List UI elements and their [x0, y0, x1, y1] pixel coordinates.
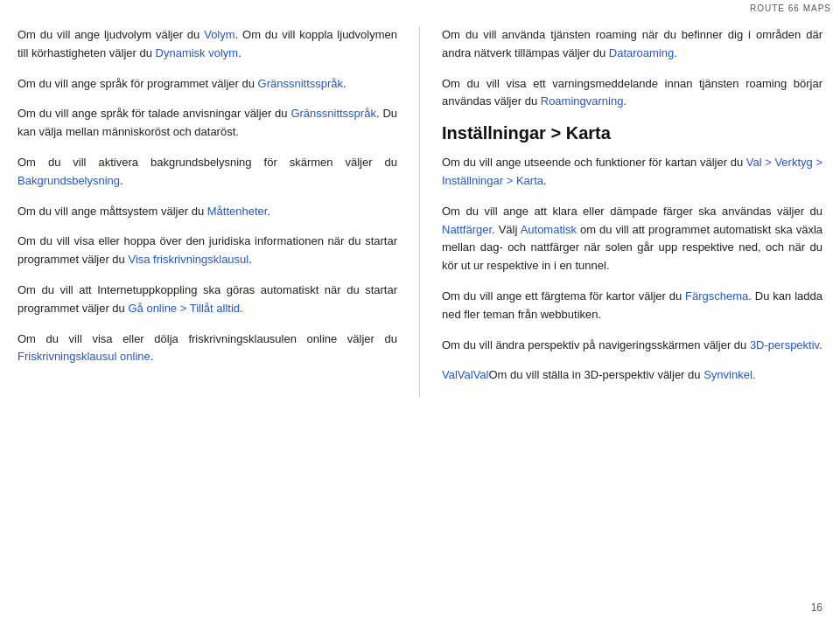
paragraph-p8: Om du vill visa eller dölja friskrivning…	[18, 330, 397, 367]
paragraph-p2: Om du vill ange språk för programmet väl…	[18, 75, 397, 94]
paragraph-s2: Om du vill ange att klara eller dämpade …	[442, 203, 822, 275]
text-normal: . Välj	[492, 223, 521, 236]
text-normal: Om du vill aktivera bakgrundsbelysning f…	[18, 156, 397, 169]
paragraph-p5: Om du vill ange måttsystem väljer du Måt…	[18, 203, 397, 221]
paragraph-p1: Om du vill ange ljudvolym väljer du Voly…	[18, 26, 397, 63]
paragraph-p3: Om du vill ange språk för talade anvisni…	[18, 105, 397, 142]
link-dataroaming[interactable]: Dataroaming	[609, 46, 674, 59]
text-normal: .	[819, 338, 822, 351]
link-val-2[interactable]: Val	[458, 368, 473, 381]
right-column: Om du vill använda tjänsten roaming när …	[420, 26, 822, 397]
link-visa-friskrivningsklausul[interactable]: Visa friskrivningsklausul	[128, 253, 248, 266]
link-synvinkel[interactable]: Synvinkel	[704, 368, 752, 381]
link-val-3[interactable]: Val	[473, 368, 489, 381]
text-normal: .	[343, 77, 346, 90]
text-normal: Om du vill ange språk för programmet väl…	[18, 77, 258, 90]
text-normal: .	[623, 94, 626, 108]
paragraph-p6: Om du vill visa eller hoppa över den jur…	[18, 233, 397, 269]
text-normal: Om du vill ange att klara eller dämpade …	[442, 205, 822, 218]
text-normal: Om du vill ange ljudvolym väljer du	[18, 28, 204, 41]
paragraph-s5: ValValValOm du vill ställa in 3D-perspek…	[442, 366, 822, 385]
link-dynamisk-volym[interactable]: Dynamisk volym	[156, 46, 239, 59]
link-roamingvarning[interactable]: Roamingvarning	[541, 94, 624, 108]
section-heading-karta: Inställningar > Karta	[442, 123, 822, 143]
text-normal: .	[752, 368, 756, 381]
link-friskrivningsklausul-online[interactable]: Friskrivningsklausul online	[18, 350, 150, 363]
link-bakgrundsbelysning[interactable]: Bakgrundsbelysning	[18, 174, 120, 187]
link-granssnittssprak-1[interactable]: Gränssnittsspråk	[258, 77, 344, 90]
text-normal: .	[674, 46, 677, 59]
paragraph-r2: Om du vill visa ett varningsmeddelande i…	[442, 75, 822, 112]
paragraph-r1: Om du vill använda tjänsten roaming när …	[442, 26, 822, 63]
text-normal: Om du vill visa eller dölja friskrivning…	[18, 332, 397, 345]
link-automatisk[interactable]: Automatisk	[521, 223, 577, 236]
link-volym[interactable]: Volym	[204, 28, 234, 41]
link-3d-perspektiv[interactable]: 3D-perspektiv	[750, 338, 819, 351]
text-normal: .	[150, 350, 154, 363]
page-number: 16	[811, 602, 822, 614]
text-normal: .	[267, 205, 270, 218]
link-val-1[interactable]: Val	[442, 368, 458, 381]
paragraph-p7: Om du vill att Internetuppkoppling ska g…	[18, 282, 397, 318]
link-fargschema[interactable]: Färgschema	[685, 289, 748, 303]
link-mattenheter[interactable]: Måttenheter	[207, 205, 268, 218]
text-normal: .	[238, 46, 242, 59]
text-normal: .	[543, 174, 547, 187]
text-normal: Om du vill visa ett varningsmeddelande i…	[442, 77, 822, 108]
paragraph-s4: Om du vill ändra perspektiv på navigerin…	[442, 337, 822, 355]
text-normal: .	[248, 253, 252, 266]
link-granssnittssprak-2[interactable]: Gränssnittsspråk	[290, 107, 376, 120]
brand-header: ROUTE 66 MAPS	[741, 0, 840, 17]
page-container: Om du vill ange ljudvolym väljer du Voly…	[0, 0, 840, 423]
text-normal: Om du vill ange språk för talade anvisni…	[18, 107, 290, 120]
link-nattfarger[interactable]: Nattfärger	[442, 223, 492, 236]
text-normal: Om du vill ange måttsystem väljer du	[18, 205, 207, 218]
left-column: Om du vill ange ljudvolym väljer du Voly…	[18, 26, 420, 397]
text-normal: Om du vill ange utseende och funktioner …	[442, 156, 746, 169]
text-normal: .	[240, 302, 243, 315]
text-normal: Om du vill ställa in 3D-perspektiv välje…	[488, 368, 704, 381]
paragraph-s3: Om du vill ange ett färgtema för kartor …	[442, 288, 822, 324]
text-normal: Om du vill ändra perspektiv på navigerin…	[442, 338, 750, 351]
text-normal: Om du vill ange ett färgtema för kartor …	[442, 289, 685, 303]
text-normal: .	[120, 174, 123, 187]
paragraph-s1: Om du vill ange utseende och funktioner …	[442, 154, 822, 191]
link-ga-online[interactable]: Gå online > Tillåt alltid	[128, 302, 240, 315]
paragraph-p4: Om du vill aktivera bakgrundsbelysning f…	[18, 154, 397, 191]
